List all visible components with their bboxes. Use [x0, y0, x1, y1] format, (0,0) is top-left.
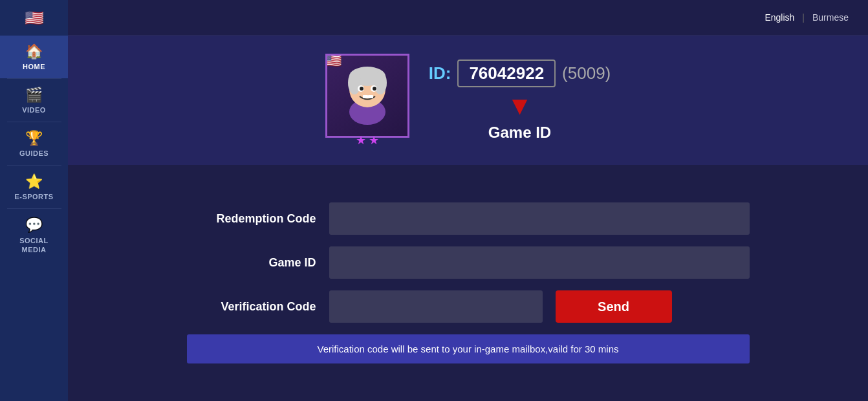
svg-point-8 — [373, 87, 376, 91]
game-id-label: Game ID — [187, 256, 316, 270]
lang-divider: | — [802, 12, 805, 23]
sidebar-item-home[interactable]: 🏠 HOME — [0, 36, 68, 78]
sidebar-item-label: HOME — [23, 63, 45, 70]
topbar: English | Burmese — [68, 0, 868, 36]
lang-burmese[interactable]: Burmese — [812, 12, 849, 23]
id-parens: (5009) — [562, 63, 611, 83]
language-section: English | Burmese — [765, 12, 849, 23]
verification-code-input[interactable] — [329, 290, 543, 323]
arrow-down-icon: ▼ — [507, 92, 533, 118]
sidebar-item-guides[interactable]: 🏆 GUIDES — [0, 122, 68, 165]
game-id-input[interactable] — [329, 246, 750, 279]
form-section: Redemption Code Game ID Verification Cod… — [68, 165, 868, 401]
send-button[interactable]: Send — [556, 290, 672, 323]
verification-code-row: Verification Code Send — [187, 290, 750, 323]
id-row: ID: 76042922 (5009) — [429, 60, 611, 87]
verification-code-label: Verification Code — [187, 300, 316, 314]
hero-section: 🇺🇸 — [68, 36, 868, 165]
game-id-row: Game ID — [187, 246, 750, 279]
social-icon: 💬 — [25, 217, 43, 233]
sidebar-item-video[interactable]: 🎬 VIDEO — [0, 79, 68, 122]
sidebar-top: 🇺🇸 — [0, 0, 68, 36]
main-content: English | Burmese 🇺🇸 — [68, 0, 868, 401]
id-section: ID: 76042922 (5009) ▼ Game ID — [429, 60, 611, 142]
sidebar-item-social[interactable]: 💬 SOCIALMEDIA — [0, 209, 68, 263]
sidebar-flag[interactable]: 🇺🇸 — [22, 6, 47, 30]
star-1: ★ — [356, 133, 366, 147]
home-icon: 🏠 — [25, 43, 43, 60]
svg-rect-10 — [368, 95, 373, 98]
video-icon: 🎬 — [25, 87, 43, 103]
sidebar-item-esports[interactable]: ⭐ E-SPORTS — [0, 166, 68, 208]
character-illustration — [335, 60, 400, 131]
avatar-stars: ★ ★ — [325, 133, 409, 147]
info-text: Verification code will be sent to your i… — [317, 343, 618, 354]
hero-game-id-label: Game ID — [488, 124, 551, 142]
sidebar-item-label: SOCIALMEDIA — [19, 236, 49, 255]
esports-icon: ⭐ — [25, 173, 43, 190]
redemption-code-input[interactable] — [329, 202, 750, 235]
redemption-code-label: Redemption Code — [187, 212, 316, 226]
id-label: ID: — [429, 63, 451, 83]
svg-rect-9 — [363, 95, 368, 98]
lang-english[interactable]: English — [765, 12, 794, 23]
id-value: 76042922 — [457, 60, 556, 87]
avatar-frame: 🇺🇸 — [325, 54, 409, 138]
sidebar: 🇺🇸 🏠 HOME 🎬 VIDEO 🏆 GUIDES ⭐ E-SPORTS 💬 … — [0, 0, 68, 401]
star-2: ★ — [369, 133, 379, 147]
guides-icon: 🏆 — [25, 130, 43, 147]
sidebar-item-label: VIDEO — [22, 106, 46, 114]
svg-point-7 — [360, 87, 363, 91]
sidebar-item-label: GUIDES — [19, 149, 49, 157]
avatar-container: 🇺🇸 — [325, 54, 409, 147]
info-banner: Verification code will be sent to your i… — [187, 334, 750, 363]
sidebar-item-label: E-SPORTS — [14, 193, 53, 200]
redemption-code-row: Redemption Code — [187, 202, 750, 235]
avatar-flag: 🇺🇸 — [325, 54, 342, 69]
